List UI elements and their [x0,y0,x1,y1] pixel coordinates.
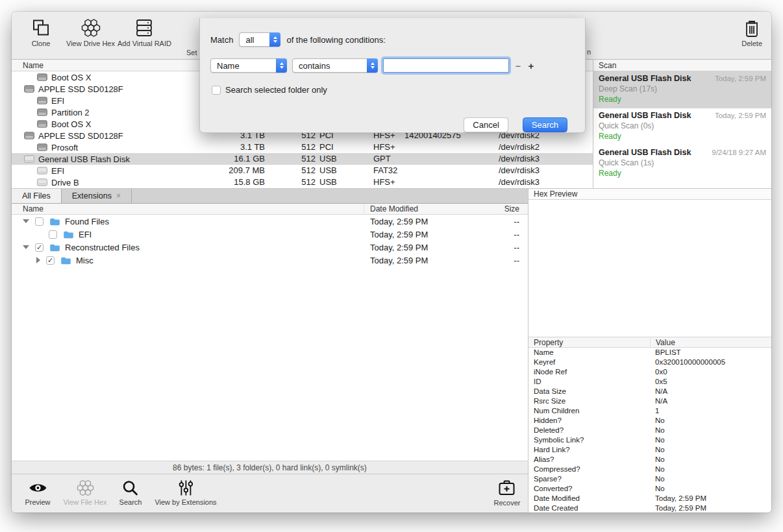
file-row[interactable]: ✓ Reconstructed Files Today, 2:59 PM -- [12,241,528,254]
file-date: Today, 2:59 PM [370,230,428,239]
disclosure-expanded-icon[interactable] [23,219,29,223]
file-size: -- [514,230,519,239]
disclosure-expanded-icon[interactable] [23,245,29,249]
column-header-property[interactable]: Property [534,338,563,347]
scan-time: 9/24/18 9:27 AM [712,149,766,156]
drive-bus: USB [319,153,358,165]
view-by-extensions-label: View by Extensions [155,498,216,506]
disclosure-collapsed-icon[interactable] [36,257,40,263]
file-row[interactable]: Found Files Today, 2:59 PM -- [12,215,528,228]
drive-bus: USB [319,165,358,176]
remove-condition-button[interactable]: − [514,60,522,71]
drive-row[interactable]: EFI 209.7 MB 512 USB FAT32 /dev/rdisk3 [12,165,593,176]
property-row: Deleted?No [528,426,771,435]
column-header-value[interactable]: Value [650,338,675,347]
selection-summary: 86 bytes: 1 file(s), 3 folder(s), 0 hard… [173,463,367,472]
internal-disk-icon [24,85,34,93]
recover-kit-icon [497,479,517,497]
partition-icon [37,108,47,116]
file-row[interactable]: EFI Today, 2:59 PM -- [12,228,528,241]
add-virtual-raid-label: Add Virtual RAID [118,40,171,47]
file-list-header: Name Date Modified Size [12,204,528,215]
bottom-toolbar: Preview View File Hex Search [12,474,528,513]
match-label: Match [210,35,233,45]
preview-button[interactable]: Preview [25,479,50,506]
drive-bus: USB [319,176,358,188]
property-row: iNode Ref0x0 [528,367,771,377]
file-name: EFI [79,230,92,239]
property-table: NameBPLIST Keyref0x320010000000005 iNode… [528,348,771,513]
drive-name: General USB Flash Disk [38,154,130,164]
honeycomb-hex-icon [75,479,95,496]
tab-extensions[interactable]: Extensions × [62,189,132,203]
drive-blocksize: 512 [291,141,316,153]
column-header-date-modified[interactable]: Date Modified [364,204,418,213]
drive-name: Drive B [51,178,79,187]
file-row[interactable]: ✓ Misc Today, 2:59 PM -- [12,254,528,267]
file-size: -- [514,217,519,226]
drive-filesystem: HFS+ [373,141,432,153]
tab-all-files[interactable]: All Files [12,189,62,203]
checkbox-checked[interactable]: ✓ [46,256,55,265]
file-date: Today, 2:59 PM [370,256,428,265]
property-row: Symbolic Link?No [528,435,771,445]
file-size: -- [514,256,519,265]
drive-blocksize: 512 [291,176,316,188]
drive-bus: PCI [319,141,358,153]
scan-type: Deep Scan (17s) [599,84,766,93]
drive-row[interactable]: Drive B 15.8 GB 512 USB HFS+ /dev/rdisk3 [12,176,593,188]
tab-close-icon[interactable]: × [116,191,121,200]
column-header-name[interactable]: Name [23,204,44,213]
scan-title: General USB Flash Disk [599,111,691,120]
external-partition-icon [37,178,47,186]
external-disk-icon [24,155,34,163]
drive-name: APPLE SSD SD0128F [38,84,123,94]
drive-row[interactable]: Prosoft 3.1 TB 512 PCI HFS+ /dev/rdisk2 [12,141,593,153]
drive-size: 16.1 GB [206,153,265,165]
view-file-hex-label: View File Hex [63,498,106,506]
detail-panel: Hex Preview Property Value NameBPLIST Ke… [528,188,771,513]
file-date: Today, 2:59 PM [370,217,428,226]
view-by-extensions-button[interactable]: View by Extensions [155,479,216,506]
match-dropdown[interactable]: all [239,32,280,47]
clipped-set-button-label[interactable]: Set [186,49,197,56]
scan-item-selected[interactable]: General USB Flash Disk Today, 2:59 PM De… [593,71,771,108]
preview-label: Preview [25,498,50,506]
scan-title: General USB Flash Disk [599,74,691,83]
dropdown-stepper-icon [269,32,280,47]
scan-item[interactable]: General USB Flash Disk 9/24/18 9:27 AM Q… [593,145,771,182]
search-submit-button[interactable]: Search [523,117,567,132]
eye-icon [27,479,48,496]
property-row: Sparse?No [528,474,771,484]
delete-button[interactable]: Delete [741,18,762,47]
recover-button[interactable]: Recover [494,479,521,507]
drive-blocksize: 512 [291,153,316,165]
search-selected-folder-label: Search selected folder only [225,85,327,95]
drive-row-selected[interactable]: General USB Flash Disk 16.1 GB 512 USB G… [12,153,593,165]
add-condition-button[interactable]: + [527,60,535,71]
drive-name: EFI [51,166,64,176]
file-view-tabbar: All Files Extensions × [12,188,528,204]
cancel-button[interactable]: Cancel [464,117,508,132]
scan-status: Ready [599,169,766,178]
property-row: Rsrc SizeN/A [528,396,771,406]
clone-button[interactable]: Clone [31,18,51,47]
search-button[interactable]: Search [119,479,142,506]
column-header-size[interactable]: Size [504,204,519,213]
property-row: Date CreatedToday, 2:59 PM [528,503,771,513]
drive-filesystem: GPT [373,153,432,165]
operator-dropdown[interactable]: contains [292,58,378,73]
search-selected-folder-checkbox[interactable] [212,86,221,95]
view-file-hex-button[interactable]: View File Hex [63,479,106,506]
add-virtual-raid-button[interactable]: Add Virtual RAID [118,18,171,47]
field-dropdown[interactable]: Name [210,58,287,73]
file-name: Reconstructed Files [65,243,140,252]
clipped-scan-button-label[interactable]: n [587,48,591,56]
scan-item[interactable]: General USB Flash Disk Today, 2:59 PM Qu… [593,108,771,145]
checkbox-unchecked[interactable] [49,230,57,239]
view-drive-hex-button[interactable]: View Drive Hex [66,18,115,47]
checkbox-unchecked[interactable] [35,217,44,226]
scan-column-header[interactable]: Scan [593,60,771,71]
checkbox-checked[interactable]: ✓ [35,243,44,252]
search-term-input[interactable] [383,58,509,73]
